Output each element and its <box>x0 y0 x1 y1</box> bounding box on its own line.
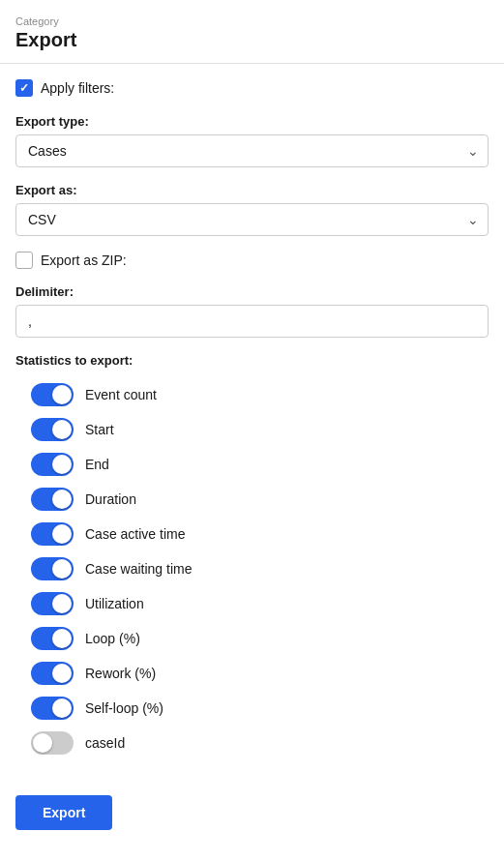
export-type-select[interactable]: Cases Events Activities <box>15 134 489 167</box>
content: ✓ Apply filters: Export type: Cases Even… <box>0 64 504 776</box>
stat-row-end: End <box>15 447 489 482</box>
toggle-caseid[interactable] <box>31 731 74 755</box>
export-as-wrapper: CSV Excel JSON ⌄ <box>15 203 489 236</box>
toggle-case-waiting-time[interactable] <box>31 557 74 580</box>
stat-label-start: Start <box>85 422 114 437</box>
delimiter-group: Delimiter: <box>15 284 489 338</box>
stat-label-duration: Duration <box>85 491 136 507</box>
stat-label-case-waiting-time: Case waiting time <box>85 561 193 577</box>
statistics-label: Statistics to export: <box>15 353 489 368</box>
toggle-utilization[interactable] <box>31 592 74 615</box>
category-label: Category <box>15 15 489 27</box>
export-type-wrapper: Cases Events Activities ⌄ <box>15 134 489 167</box>
toggle-duration[interactable] <box>31 488 74 511</box>
stat-row-start: Start <box>15 412 489 447</box>
delimiter-input[interactable] <box>15 305 489 338</box>
stat-row-self-loop: Self-loop (%) <box>15 691 489 726</box>
stat-label-loop: Loop (%) <box>85 631 140 646</box>
toggle-loop[interactable] <box>31 627 74 650</box>
apply-filters-row: ✓ Apply filters: <box>15 79 489 97</box>
stat-row-caseid: caseId <box>15 726 489 760</box>
export-as-group: Export as: CSV Excel JSON ⌄ <box>15 183 489 236</box>
stat-label-end: End <box>85 457 109 472</box>
stat-row-case-active-time: Case active time <box>15 517 489 551</box>
export-type-group: Export type: Cases Events Activities ⌄ <box>15 114 489 167</box>
stat-label-event-count: Event count <box>85 387 157 402</box>
stat-label-utilization: Utilization <box>85 596 144 611</box>
stat-row-rework: Rework (%) <box>15 656 489 691</box>
apply-filters-label: Apply filters: <box>41 80 114 96</box>
header: Category Export <box>0 0 504 64</box>
export-zip-label: Export as ZIP: <box>41 252 127 268</box>
toggle-end[interactable] <box>31 453 74 476</box>
stat-row-utilization: Utilization <box>15 586 489 621</box>
export-zip-row: Export as ZIP: <box>15 252 489 269</box>
export-as-select[interactable]: CSV Excel JSON <box>15 203 489 236</box>
toggle-self-loop[interactable] <box>31 697 74 720</box>
apply-filters-checkbox[interactable]: ✓ <box>15 79 33 97</box>
statistics-section: Statistics to export: Event countStartEn… <box>15 353 489 760</box>
stat-label-caseid: caseId <box>85 735 125 751</box>
toggle-case-active-time[interactable] <box>31 522 74 546</box>
stat-label-case-active-time: Case active time <box>85 526 185 542</box>
page-title: Export <box>15 29 489 51</box>
export-button[interactable]: Export <box>15 795 112 830</box>
toggle-start[interactable] <box>31 418 74 441</box>
export-zip-checkbox[interactable] <box>15 252 33 269</box>
export-as-label: Export as: <box>15 183 489 197</box>
stat-row-duration: Duration <box>15 482 489 517</box>
stat-label-self-loop: Self-loop (%) <box>85 700 163 716</box>
stat-label-rework: Rework (%) <box>85 666 156 681</box>
stat-row-loop: Loop (%) <box>15 621 489 656</box>
toggle-rework[interactable] <box>31 662 74 685</box>
export-type-label: Export type: <box>15 114 489 129</box>
delimiter-label: Delimiter: <box>15 284 489 299</box>
toggle-event-count[interactable] <box>31 383 74 406</box>
statistics-list: Event countStartEndDurationCase active t… <box>15 377 489 760</box>
stat-row-case-waiting-time: Case waiting time <box>15 551 489 586</box>
stat-row-event-count: Event count <box>15 377 489 412</box>
